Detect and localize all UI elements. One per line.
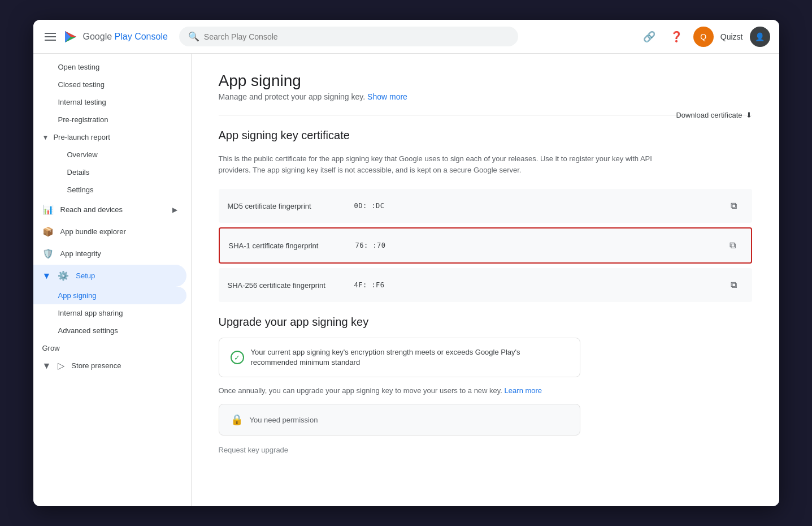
page-title: App signing — [219, 72, 752, 90]
sha256-label: SHA-256 certificate fingerprint — [228, 281, 341, 290]
learn-more-link[interactable]: Learn more — [505, 386, 542, 395]
search-bar[interactable]: 🔍 — [179, 27, 518, 46]
sha1-cert-row: SHA-1 certificate fingerprint 76: :70 ⧉ — [219, 227, 752, 264]
download-icon: ⬇ — [746, 111, 752, 119]
chevron-down-setup-icon: ▼ — [42, 271, 51, 281]
store-icon: ▷ — [58, 360, 64, 371]
sha256-copy-btn[interactable]: ⧉ — [725, 276, 743, 294]
sidebar-item-app-signing[interactable]: App signing — [33, 287, 186, 304]
user-name: Quizst — [720, 32, 743, 41]
sha1-label: SHA-1 certificate fingerprint — [229, 242, 342, 250]
sidebar-item-app-integrity[interactable]: 🛡️ App integrity — [33, 243, 186, 265]
play-logo-icon — [63, 29, 79, 45]
sidebar: Open testing Closed testing Internal tes… — [33, 54, 192, 506]
md5-label: MD5 certificate fingerprint — [228, 202, 341, 210]
bundle-icon: 📦 — [42, 226, 54, 237]
search-icon: 🔍 — [188, 31, 199, 42]
topbar-actions: 🔗 ❓ Q Quizst 👤 — [639, 27, 770, 47]
bar-chart-icon: 📊 — [42, 204, 54, 215]
md5-value: 0D: :DC — [354, 202, 711, 210]
sidebar-item-store-presence[interactable]: ▼ ▷ Store presence — [33, 355, 186, 377]
request-upgrade-btn: Request key upgrade — [219, 446, 289, 454]
sidebar-item-open-testing[interactable]: Open testing — [33, 58, 186, 76]
permission-text: You need permission — [250, 416, 318, 424]
download-certificate-btn[interactable]: Download certificate ⬇ — [676, 111, 752, 119]
success-text: Your current app signing key's encryptio… — [251, 347, 568, 368]
sidebar-item-advanced-settings[interactable]: Advanced settings — [33, 322, 186, 339]
sha1-copy-btn[interactable]: ⧉ — [724, 236, 742, 255]
topbar: Google Play Console 🔍 🔗 ❓ Q Quizst — [33, 20, 779, 54]
help-icon-btn[interactable]: ❓ — [666, 27, 687, 47]
sidebar-item-internal-app-sharing[interactable]: Internal app sharing — [33, 304, 186, 322]
sidebar-item-preregistration[interactable]: Pre-registration — [33, 111, 186, 128]
shield-icon: 🛡️ — [42, 248, 54, 259]
md5-copy-btn[interactable]: ⧉ — [725, 197, 743, 215]
app-window: Google Play Console 🔍 🔗 ❓ Q Quizst — [33, 20, 779, 506]
sidebar-item-details[interactable]: Details — [33, 163, 186, 181]
copy-icon-sha256: ⧉ — [731, 280, 737, 290]
sidebar-item-reach-devices[interactable]: 📊 Reach and devices ▶ — [33, 199, 186, 221]
search-input[interactable] — [204, 32, 509, 41]
cert-section-title: App signing key certificate — [219, 129, 350, 142]
cert-description: This is the public certificate for the a… — [219, 153, 671, 175]
content-area: App signing Manage and protect your app … — [192, 54, 779, 506]
account-avatar[interactable]: 👤 — [750, 27, 770, 47]
sha256-cert-row: SHA-256 certificate fingerprint 4F: :F6 … — [219, 268, 752, 302]
link-icon: 🔗 — [643, 31, 655, 43]
md5-cert-row: MD5 certificate fingerprint 0D: :DC ⧉ — [219, 189, 752, 223]
copy-icon-sha1: ⧉ — [730, 240, 736, 251]
sidebar-group-prelaunch[interactable]: ▼ Pre-launch report — [33, 128, 191, 146]
chevron-right-icon: ▶ — [172, 206, 177, 214]
hamburger-menu[interactable] — [42, 31, 58, 43]
sidebar-item-setup[interactable]: ▼ ⚙️ Setup — [33, 265, 186, 287]
upgrade-description: Once annually, you can upgrade your app … — [219, 386, 752, 395]
logo-area: Google Play Console — [42, 29, 168, 45]
grow-section-label: Grow — [33, 339, 191, 355]
sha1-value: 76: :70 — [355, 242, 710, 249]
sha256-value: 4F: :F6 — [354, 281, 711, 289]
permission-card: 🔒 You need permission — [219, 404, 580, 436]
sidebar-item-closed-testing[interactable]: Closed testing — [33, 76, 186, 93]
help-icon: ❓ — [670, 31, 683, 43]
sidebar-item-app-bundle-explorer[interactable]: 📦 App bundle explorer — [33, 221, 186, 243]
main-layout: Open testing Closed testing Internal tes… — [33, 54, 779, 506]
page-subtitle: Manage and protect your app signing key.… — [219, 92, 752, 101]
copy-icon: ⧉ — [731, 201, 737, 211]
logo-text: Google Play Console — [83, 32, 168, 42]
user-avatar[interactable]: Q — [693, 27, 714, 47]
gear-icon: ⚙️ — [58, 270, 69, 281]
chevron-down-icon: ▼ — [42, 133, 49, 141]
success-card: ✓ Your current app signing key's encrypt… — [219, 338, 580, 377]
sidebar-item-settings[interactable]: Settings — [33, 181, 186, 199]
show-more-link[interactable]: Show more — [367, 92, 407, 101]
link-icon-btn[interactable]: 🔗 — [639, 27, 659, 47]
success-icon: ✓ — [231, 351, 244, 364]
upgrade-section-title: Upgrade your app signing key — [219, 316, 752, 329]
sidebar-item-overview[interactable]: Overview — [33, 146, 186, 163]
divider-1 — [219, 115, 752, 115]
chevron-down-grow-icon: ▼ — [42, 361, 51, 371]
lock-icon: 🔒 — [231, 413, 243, 426]
sidebar-item-internal-testing[interactable]: Internal testing — [33, 93, 186, 111]
account-icon: 👤 — [755, 32, 765, 41]
